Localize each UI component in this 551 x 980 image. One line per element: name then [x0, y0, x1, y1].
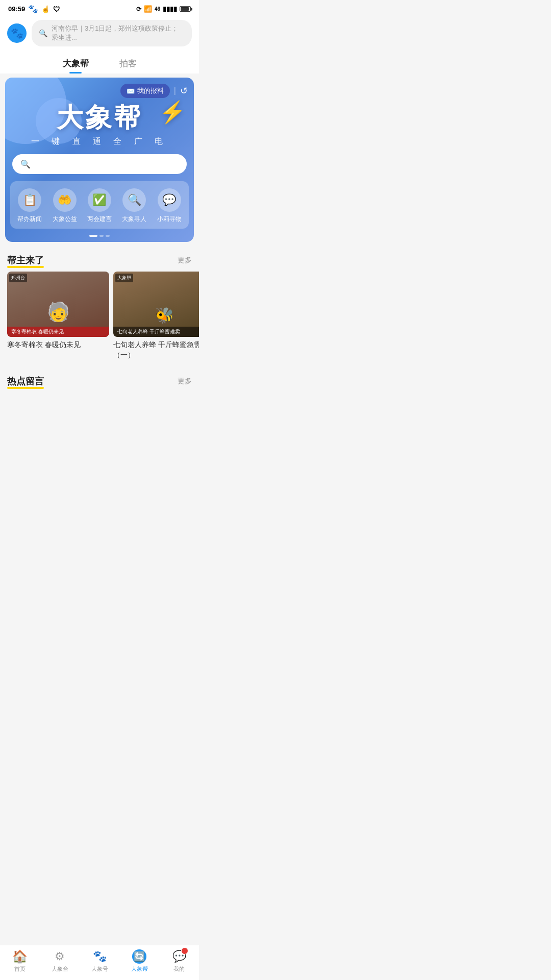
- wifi-icon: 📶: [144, 5, 152, 13]
- bangzhu-section-header: 帮主来了 更多: [0, 246, 199, 272]
- tab-daxiangbang[interactable]: 大象帮: [58, 55, 94, 74]
- signal-bars: ▮▮▮▮: [163, 5, 177, 13]
- lianghuijianyan-icon: ✅: [88, 188, 111, 212]
- card-1-badge: 寒冬寄棉衣 春暖仍未见: [11, 329, 64, 334]
- top-bar: 🐾 🔍 河南你早｜3月1日起，郑州这项政策停止；乘坐进...: [0, 16, 199, 52]
- envelope-icon: ✉️: [127, 87, 135, 95]
- card-2-badge: 七旬老人养蜂 千斤蜂蜜难卖: [117, 329, 180, 334]
- paw-icon: 🐾: [28, 4, 38, 14]
- status-right: ⟳ 📶 46 ▮▮▮▮: [136, 5, 191, 13]
- daxianggongyi-icon: 🤲: [53, 188, 77, 212]
- hot-comments-section: 热点留言 更多: [0, 367, 199, 433]
- icon-daxianggongyi[interactable]: 🤲 大象公益: [53, 188, 77, 224]
- bangzhu-cards: 🧓 寒冬寄棉衣 春暖仍未见 郑州台 寒冬寄棉衣 春暖仍未见 🐝 七旬老人养蜂 千…: [0, 272, 199, 367]
- hot-comments-title: 热点留言: [7, 375, 44, 387]
- search-placeholder-text: 河南你早｜3月1日起，郑州这项政策停止；乘坐进...: [52, 24, 185, 42]
- bangbanxinwen-icon: 📋: [18, 188, 41, 212]
- icon-lianghuijianyan[interactable]: ✅ 两会建言: [87, 188, 112, 224]
- status-left: 09:59 🐾 ☝️ 🛡: [8, 4, 60, 14]
- icon-daxiangxunren[interactable]: 🔍 大象寻人: [122, 188, 146, 224]
- icon-row: 📋 帮办新闻 🤲 大象公益 ✅ 两会建言 🔍 大象寻人 💬 小莉寻物: [12, 188, 187, 224]
- card-1-image: 🧓 寒冬寄棉衣 春暖仍未见 郑州台: [7, 272, 109, 337]
- status-bar: 09:59 🐾 ☝️ 🛡 ⟳ 📶 46 ▮▮▮▮: [0, 0, 199, 16]
- divider: |: [174, 86, 176, 95]
- bangzhu-title: 帮主来了: [7, 254, 44, 266]
- dot-2: [106, 235, 110, 237]
- paw-logo-icon: 🐾: [11, 27, 23, 39]
- app-logo[interactable]: 🐾: [7, 23, 27, 43]
- signal-badge: 46: [155, 6, 160, 12]
- rotation-icon: ⟳: [136, 6, 141, 13]
- main-tabs: 大象帮 拍客: [0, 52, 199, 74]
- card-2-source: 大象帮: [117, 275, 131, 280]
- banner-quick-icons: 📋 帮办新闻 🤲 大象公益 ✅ 两会建言 🔍 大象寻人 💬 小莉寻物: [10, 181, 189, 229]
- banner-main-title: 大象帮 ⚡: [15, 103, 184, 132]
- card-1[interactable]: 🧓 寒冬寄棉衣 春暖仍未见 郑州台 寒冬寄棉衣 春暖仍未见: [7, 272, 109, 360]
- battery-indicator: [180, 6, 191, 12]
- dot-1: [99, 235, 104, 237]
- report-button[interactable]: ✉️ 我的报料: [120, 84, 170, 98]
- card-1-title: 寒冬寄棉衣 春暖仍未见: [7, 340, 109, 350]
- battery-fill: [181, 7, 189, 11]
- xiaolixunwu-icon: 💬: [158, 188, 181, 212]
- refresh-button[interactable]: ↺: [180, 85, 188, 96]
- bangzhu-more[interactable]: 更多: [178, 256, 192, 265]
- card-2[interactable]: 🐝 七旬老人养蜂 千斤蜂蜜难卖 大象帮 七旬老人养蜂 千斤蜂蜜急需买家（一）: [113, 272, 199, 360]
- lightning-icon: ⚡: [159, 101, 188, 124]
- banner-top-right: ✉️ 我的报料 | ↺: [120, 84, 188, 98]
- banner-subtitle: 一 键 直 通 全 广 电: [15, 136, 184, 147]
- shield-icon: 🛡: [53, 5, 60, 13]
- search-icon: 🔍: [39, 29, 47, 37]
- status-time: 09:59: [8, 5, 25, 13]
- search-bar[interactable]: 🔍 河南你早｜3月1日起，郑州这项政策停止；乘坐进...: [32, 20, 192, 46]
- carousel-dots: [5, 235, 194, 242]
- card-2-title: 七旬老人养蜂 千斤蜂蜜急需买家（一）: [113, 340, 199, 360]
- card-2-image: 🐝 七旬老人养蜂 千斤蜂蜜难卖 大象帮: [113, 272, 199, 337]
- icon-xiaolixunwu[interactable]: 💬 小莉寻物: [157, 188, 182, 224]
- icon-bangbanxinwen[interactable]: 📋 帮办新闻: [17, 188, 42, 224]
- daxiangxunren-icon: 🔍: [122, 188, 146, 212]
- hand-icon: ☝️: [41, 5, 50, 13]
- dot-active: [89, 235, 97, 237]
- hot-comments-header: 热点留言 更多: [0, 367, 199, 393]
- hot-comments-more[interactable]: 更多: [178, 377, 192, 386]
- card-1-source: 郑州台: [11, 275, 25, 280]
- banner: ✉️ 我的报料 | ↺ 大象帮 ⚡ 一 键 直 通 全 广 电 🔍 📋 帮办新闻…: [5, 78, 194, 242]
- tab-pake[interactable]: 拍客: [114, 55, 142, 74]
